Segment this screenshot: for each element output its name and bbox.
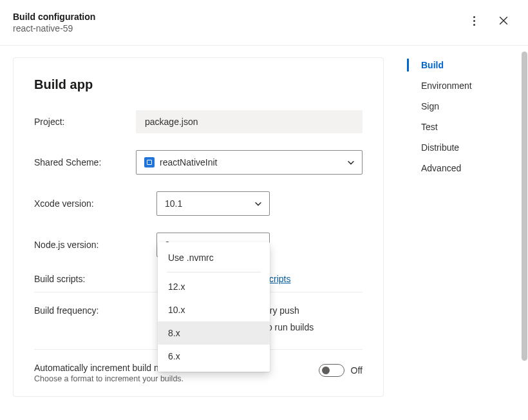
node-option-use-nvmrc[interactable]: Use .nvmrc — [158, 246, 270, 269]
sidenav-item-test[interactable]: Test — [407, 117, 528, 137]
page-subtitle: react-native-59 — [13, 23, 95, 33]
build-scripts-label: Build scripts: — [34, 274, 156, 284]
side-nav: Build Environment Sign Test Distribute A… — [407, 46, 528, 415]
node-version-label: Node.js version: — [34, 240, 156, 250]
xcode-version-select[interactable]: 10.1 — [156, 191, 270, 216]
chevron-down-icon — [254, 199, 263, 208]
project-field: package.json — [136, 110, 363, 133]
sidenav-item-environment[interactable]: Environment — [407, 75, 528, 96]
more-options-button[interactable] — [467, 14, 480, 27]
node-option-8x[interactable]: 8.x — [158, 321, 270, 345]
node-option-10x[interactable]: 10.x — [158, 298, 270, 321]
xcode-version-value: 10.1 — [165, 198, 182, 209]
close-icon[interactable] — [497, 14, 510, 27]
section-heading: Build app — [34, 77, 363, 92]
shared-scheme-select[interactable]: reactNativeInit — [136, 150, 363, 175]
node-option-6x[interactable]: 6.x — [158, 345, 270, 368]
scrollbar-thumb[interactable] — [522, 52, 527, 361]
chevron-down-icon — [346, 158, 355, 167]
sidenav-item-build[interactable]: Build — [407, 55, 528, 75]
auto-increment-subtitle: Choose a format to increment your builds… — [34, 374, 184, 383]
dropdown-separator — [167, 272, 261, 272]
page-title: Build configuration — [13, 12, 95, 22]
node-version-dropdown[interactable]: Use .nvmrc 12.x 10.x 8.x 6.x — [158, 242, 270, 372]
build-frequency-option-text[interactable]: to run builds — [265, 322, 314, 332]
auto-increment-state-label: Off — [351, 365, 363, 376]
node-option-12x[interactable]: 12.x — [158, 275, 270, 298]
scrollbar[interactable] — [520, 50, 528, 420]
xcode-version-label: Xcode version: — [34, 198, 156, 209]
shared-scheme-label: Shared Scheme: — [34, 157, 136, 167]
build-frequency-label: Build frequency: — [34, 305, 156, 316]
build-frequency-option-text[interactable]: ery push — [265, 305, 299, 316]
shared-scheme-value: reactNativeInit — [160, 157, 217, 167]
sidenav-item-sign[interactable]: Sign — [407, 96, 528, 117]
app-icon — [144, 157, 155, 167]
sidenav-item-distribute[interactable]: Distribute — [407, 137, 528, 158]
auto-increment-toggle[interactable] — [319, 364, 344, 377]
sidenav-item-advanced[interactable]: Advanced — [407, 158, 528, 178]
project-label: Project: — [34, 117, 136, 127]
